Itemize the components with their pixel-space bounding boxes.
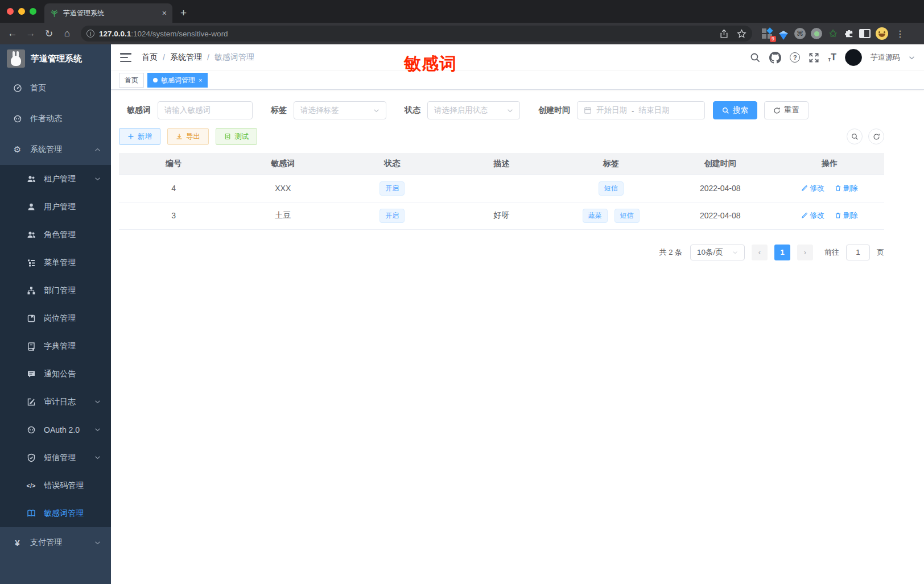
test-button[interactable]: 测试 [216, 128, 257, 145]
chevron-down-icon [373, 109, 380, 113]
sidebar-item-system[interactable]: ⚙ 系统管理 [0, 134, 111, 165]
window-controls [0, 0, 44, 23]
keyword-label: 敏感词 [127, 105, 151, 115]
tag-close-icon[interactable]: × [199, 77, 202, 84]
tab-close-icon[interactable]: × [162, 9, 167, 18]
delete-link[interactable]: 删除 [835, 210, 858, 221]
notice-bubble-icon [26, 369, 36, 379]
split-view-icon[interactable] [859, 29, 871, 38]
goto-page-input[interactable]: 1 [846, 245, 870, 260]
edit-link[interactable]: 修改 [801, 210, 824, 221]
sidebar-item-error-code[interactable]: </> 错误码管理 [0, 471, 111, 499]
chevron-down-icon [94, 428, 101, 432]
user-icon [26, 202, 36, 212]
sidebar-item-notice[interactable]: 通知公告 [0, 360, 111, 388]
font-size-icon[interactable]: тT [828, 52, 836, 63]
export-button[interactable]: 导出 [167, 128, 209, 145]
github-icon[interactable] [769, 52, 781, 64]
bookmark-star-icon[interactable] [737, 29, 746, 39]
page-suffix: 页 [877, 247, 884, 258]
tag-home[interactable]: 首页 [119, 73, 144, 88]
sidebar-logo[interactable]: 芋道管理系统 [0, 44, 111, 73]
sidebar-item-post[interactable]: 岗位管理 [0, 304, 111, 332]
reload-icon[interactable]: ↻ [41, 26, 57, 42]
date-range-input[interactable]: 开始日期 - 结束日期 [577, 101, 705, 119]
breadcrumb-home[interactable]: 首页 [142, 52, 158, 63]
search-button[interactable]: 搜索 [713, 101, 757, 119]
back-icon[interactable]: ← [5, 26, 20, 42]
browser-menu-icon[interactable]: ⋮ [893, 28, 907, 39]
sidebar-item-oauth[interactable]: OAuth 2.0 [0, 416, 111, 444]
download-icon [176, 133, 183, 140]
sidebar-item-audit-log[interactable]: 审计日志 [0, 388, 111, 416]
home-icon[interactable]: ⌂ [59, 26, 75, 42]
sidebar-item-home[interactable]: 首页 [0, 73, 111, 103]
sidebar-item-sensitive-word[interactable]: 敏感词管理 [0, 499, 111, 527]
page-number-1[interactable]: 1 [774, 245, 790, 260]
edit-link[interactable]: 修改 [801, 183, 824, 193]
page-content: 敏感词 请输入敏感词 标签 请选择标签 状态 [111, 90, 924, 260]
col-desc: 描述 [447, 153, 556, 175]
sidebar-item-role[interactable]: 角色管理 [0, 221, 111, 248]
puzzle-extensions-icon[interactable] [844, 28, 854, 39]
fullscreen-icon[interactable] [808, 52, 819, 63]
badge-icon [26, 313, 36, 323]
tag-sensitive-word[interactable]: 敏感词管理 × [147, 73, 208, 88]
tag-label: 标签 [271, 105, 287, 115]
system-submenu: 租户管理 用户管理 角色管理 菜单管 [0, 165, 111, 527]
delete-link[interactable]: 删除 [835, 183, 858, 193]
breadcrumb-current: 敏感词管理 [214, 52, 254, 63]
page-size-select[interactable]: 10条/页 [690, 245, 745, 260]
url-path: :1024/system/sensitive-word [131, 30, 228, 38]
address-bar[interactable]: i 127.0.0.1:1024/system/sensitive-word [81, 26, 752, 42]
url-host: 127.0.0.1 [99, 30, 131, 38]
gem-extension-icon[interactable] [778, 28, 789, 39]
profile-avatar-icon[interactable] [876, 27, 888, 40]
keyword-input[interactable]: 请输入敏感词 [158, 101, 253, 119]
sidebar-item-pay[interactable]: ¥ 支付管理 [0, 527, 111, 558]
date-end-placeholder: 结束日期 [639, 105, 670, 115]
prev-page-button[interactable]: ‹ [752, 245, 768, 260]
tampermonkey-extension-icon[interactable]: 9 [761, 28, 773, 39]
forward-icon[interactable]: → [23, 26, 39, 42]
window-zoom-button[interactable] [30, 8, 36, 15]
status-badge: 开启 [380, 209, 405, 223]
browser-tab[interactable]: 芋道管理系统 × [44, 3, 172, 23]
user-menu-caret-icon[interactable] [909, 56, 915, 60]
trash-icon [835, 185, 842, 192]
reset-button[interactable]: 重置 [764, 101, 808, 119]
site-info-icon[interactable]: i [86, 30, 94, 38]
command-extension-icon[interactable]: ⌘ [794, 28, 806, 39]
red-annotation: 敏感词 [404, 52, 457, 76]
recorder-extension-icon[interactable] [811, 28, 822, 39]
tag-badge: 蔬菜 [583, 209, 608, 223]
window-minimize-button[interactable] [18, 8, 25, 15]
share-icon[interactable] [719, 29, 729, 39]
help-icon[interactable]: ? [790, 52, 800, 63]
date-label: 创建时间 [538, 105, 570, 115]
status-select[interactable]: 请选择启用状态 [427, 101, 520, 119]
window-close-button[interactable] [7, 8, 14, 15]
search-icon[interactable] [750, 52, 761, 63]
show-search-icon-button[interactable] [847, 129, 863, 144]
sidebar-item-dept[interactable]: 部门管理 [0, 276, 111, 304]
new-tab-button[interactable]: + [172, 7, 195, 23]
refresh-table-button[interactable] [868, 129, 884, 144]
sidebar-item-user[interactable]: 用户管理 [0, 193, 111, 221]
sidebar-item-menu[interactable]: 菜单管理 [0, 248, 111, 276]
sidebar-item-dict[interactable]: 字典管理 [0, 332, 111, 360]
dictionary-book-icon [26, 341, 36, 351]
sidebar-item-tenant[interactable]: 租户管理 [0, 165, 111, 193]
browser-toolbar: ← → ↻ ⌂ i 127.0.0.1:1024/system/sensitiv… [0, 23, 924, 44]
star-extension-icon[interactable]: ✩ [827, 28, 839, 39]
chevron-down-icon [94, 177, 101, 181]
extension-badge: 9 [770, 36, 776, 42]
breadcrumb-system[interactable]: 系统管理 [170, 52, 202, 63]
sidebar-item-author-news[interactable]: 作者动态 [0, 103, 111, 134]
sidebar-item-sms[interactable]: 短信管理 [0, 444, 111, 471]
sidebar-collapse-icon[interactable] [120, 53, 131, 62]
tag-select[interactable]: 请选择标签 [294, 101, 386, 119]
next-page-button[interactable]: › [797, 245, 813, 260]
user-avatar[interactable] [845, 49, 862, 66]
add-button[interactable]: 新增 [119, 128, 160, 145]
